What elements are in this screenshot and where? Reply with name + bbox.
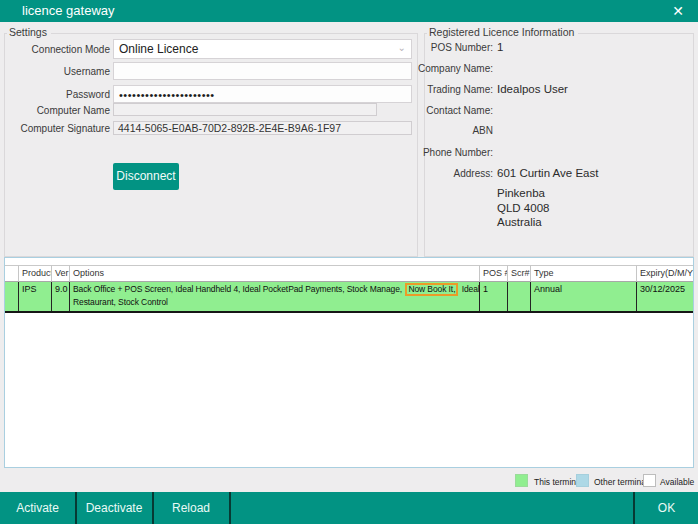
licence-table-header: Product Ver Options POS # Scr# Type Expi… bbox=[5, 265, 693, 282]
reload-button[interactable]: Reload bbox=[153, 492, 229, 524]
footer-divider bbox=[229, 492, 231, 524]
column-header-product[interactable]: Product bbox=[19, 265, 52, 282]
options-line-2: Restaurant, Stock Control bbox=[73, 296, 479, 309]
options-highlight-box: Now Book It, bbox=[405, 283, 458, 296]
cell-scr bbox=[508, 282, 531, 311]
username-label: Username bbox=[0, 66, 110, 77]
phone-number-label: Phone Number: bbox=[330, 147, 493, 158]
address-line-4: Australia bbox=[497, 215, 549, 230]
disconnect-button[interactable]: Disconnect bbox=[113, 163, 179, 190]
legend-swatch-other-terminals bbox=[576, 474, 589, 487]
pos-number-value: 1 bbox=[497, 41, 503, 53]
column-header-pos[interactable]: POS # bbox=[480, 265, 508, 282]
licence-table: Product Ver Options POS # Scr# Type Expi… bbox=[4, 257, 694, 468]
trading-name-value: Idealpos User bbox=[497, 83, 568, 95]
cell-expiry: 30/12/2025 bbox=[637, 282, 693, 311]
cell-type: Annual bbox=[531, 282, 637, 311]
settings-group-label: Settings bbox=[7, 26, 51, 38]
column-header-ver[interactable]: Ver bbox=[52, 265, 70, 282]
options-line-1: Back Office + POS Screen, Ideal Handheld… bbox=[73, 283, 479, 296]
address-line-2: Pinkenba bbox=[497, 186, 549, 201]
abn-label: ABN bbox=[330, 125, 493, 136]
cell-options: Back Office + POS Screen, Ideal Handheld… bbox=[70, 282, 480, 311]
window-title: licence gateway bbox=[22, 0, 115, 22]
deactivate-button[interactable]: Deactivate bbox=[76, 492, 152, 524]
footer-bar: Activate Deactivate Reload OK bbox=[0, 492, 698, 524]
legend-label-available: Available bbox=[660, 477, 694, 487]
column-header-expiry[interactable]: Expiry(D/M/Y) bbox=[637, 265, 693, 282]
close-icon[interactable]: ✕ bbox=[668, 0, 688, 22]
legend-swatch-this-terminal bbox=[515, 474, 528, 487]
connection-mode-value: Online Licence bbox=[119, 40, 198, 58]
title-bar: licence gateway ✕ bbox=[0, 0, 698, 22]
address-label: Address: bbox=[330, 168, 493, 179]
options-text-before: Back Office + POS Screen, Ideal Handheld… bbox=[73, 284, 402, 294]
legend-swatch-available bbox=[643, 474, 656, 487]
contact-name-label: Contact Name: bbox=[330, 105, 493, 116]
pos-number-label: POS Number: bbox=[330, 42, 493, 53]
company-name-label: Company Name: bbox=[330, 63, 493, 74]
licence-gateway-window: licence gateway ✕ Settings Connection Mo… bbox=[0, 0, 698, 524]
column-header-options[interactable]: Options bbox=[70, 265, 480, 282]
connection-mode-label: Connection Mode bbox=[0, 44, 110, 55]
address-extra-lines: Pinkenba QLD 4008 Australia bbox=[497, 186, 549, 230]
row-header-column bbox=[5, 265, 19, 282]
computer-signature-label: Computer Signature bbox=[0, 123, 110, 134]
registered-licence-group-label: Registered Licence Information bbox=[427, 26, 578, 38]
table-row[interactable]: IPS 9.0 Back Office + POS Screen, Ideal … bbox=[5, 282, 693, 313]
column-header-scr[interactable]: Scr# bbox=[508, 265, 531, 282]
ok-button[interactable]: OK bbox=[635, 492, 698, 524]
activate-button[interactable]: Activate bbox=[0, 492, 75, 524]
address-value: 601 Curtin Ave East bbox=[497, 167, 598, 179]
address-line-3: QLD 4008 bbox=[497, 201, 549, 216]
password-label: Password bbox=[0, 89, 110, 100]
column-header-type[interactable]: Type bbox=[531, 265, 637, 282]
cell-ver: 9.0 bbox=[52, 282, 70, 311]
cell-product: IPS bbox=[19, 282, 52, 311]
trading-name-label: Trading Name: bbox=[330, 84, 493, 95]
computer-name-label: Computer Name bbox=[0, 105, 110, 116]
row-header-cell[interactable] bbox=[5, 282, 19, 311]
cell-pos: 1 bbox=[480, 282, 508, 311]
